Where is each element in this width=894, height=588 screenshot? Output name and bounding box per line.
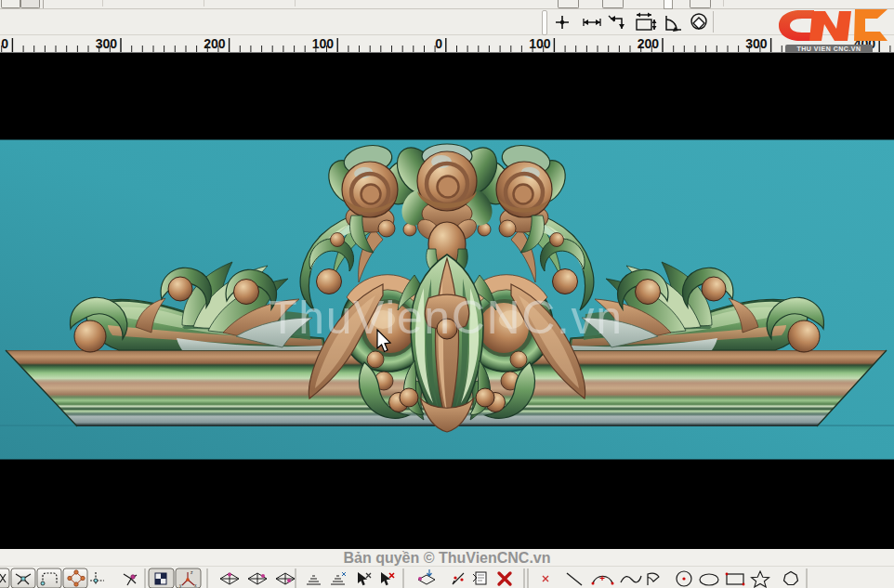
svg-text:ThuVienCNC.vn: ThuVienCNC.vn bbox=[269, 292, 622, 344]
